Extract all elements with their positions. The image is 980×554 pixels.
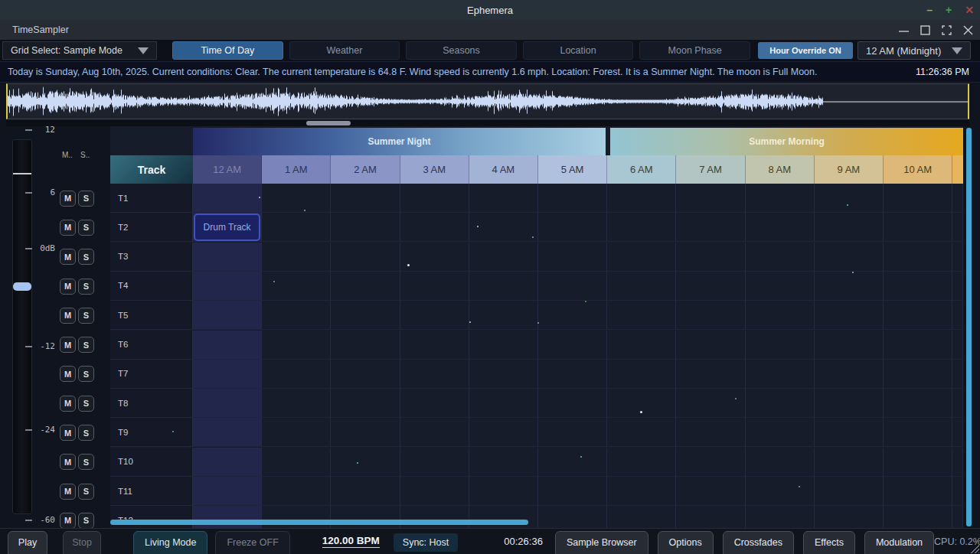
waveform-scrollbar[interactable] xyxy=(6,120,969,126)
plugin-close-icon[interactable] xyxy=(962,24,974,36)
hour-header-8-am[interactable]: 8 AM xyxy=(746,155,815,184)
hour-header-2-am[interactable]: 2 AM xyxy=(331,155,400,184)
grid-cell[interactable] xyxy=(607,301,676,330)
grid-cell[interactable] xyxy=(746,331,815,360)
grid-cell[interactable] xyxy=(538,184,607,213)
grid-cell[interactable] xyxy=(469,301,538,330)
grid-cell[interactable] xyxy=(538,331,607,360)
mute-button-t2[interactable]: M xyxy=(60,220,76,236)
living-mode-button[interactable]: Living Mode xyxy=(133,531,207,554)
grid-cell[interactable] xyxy=(815,301,884,330)
grid-cell[interactable] xyxy=(676,272,745,301)
solo-button-t1[interactable]: S xyxy=(78,191,94,207)
mute-button-t5[interactable]: M xyxy=(60,308,76,324)
solo-button-t9[interactable]: S xyxy=(78,425,94,441)
grid-cell[interactable] xyxy=(952,448,963,477)
grid-cell[interactable] xyxy=(746,477,815,506)
grid-cell[interactable] xyxy=(469,418,538,447)
grid-cell[interactable] xyxy=(746,418,815,447)
grid-cell[interactable] xyxy=(331,389,400,418)
solo-button-t10[interactable]: S xyxy=(78,454,94,470)
grid-cell[interactable] xyxy=(538,506,607,528)
grid-cell[interactable] xyxy=(815,360,884,389)
grid-cell[interactable] xyxy=(676,448,745,477)
grid-cell[interactable] xyxy=(469,184,538,213)
grid-cell[interactable] xyxy=(815,272,884,301)
mute-button-t3[interactable]: M xyxy=(60,249,76,265)
modulation-button[interactable]: Modulation xyxy=(864,531,934,554)
grid-cell[interactable] xyxy=(193,418,262,447)
mute-button-t11[interactable]: M xyxy=(60,484,76,500)
tab-seasons[interactable]: Seasons xyxy=(406,41,517,60)
crossfades-button[interactable]: Crossfades xyxy=(723,531,794,554)
grid-cell[interactable] xyxy=(331,477,400,506)
grid-cell[interactable] xyxy=(193,389,262,418)
bpm-value[interactable]: 120.00 BPM xyxy=(322,535,380,548)
plugin-minimize-icon[interactable] xyxy=(898,24,910,36)
grid-cell[interactable] xyxy=(607,477,676,506)
grid-cell[interactable] xyxy=(815,418,884,447)
grid-select-dropdown[interactable]: Grid Select: Sample Mode xyxy=(2,41,157,60)
grid-cell[interactable] xyxy=(262,184,331,213)
grid-cell[interactable] xyxy=(193,272,262,301)
grid-cell[interactable] xyxy=(538,272,607,301)
grid-cell[interactable] xyxy=(193,301,262,330)
grid-cell[interactable] xyxy=(400,243,469,272)
grid-cell[interactable] xyxy=(331,418,400,447)
grid-cell[interactable] xyxy=(331,184,400,213)
grid-cell[interactable] xyxy=(538,243,607,272)
grid-cell[interactable] xyxy=(952,389,963,418)
grid-cell[interactable] xyxy=(884,506,952,528)
grid-cell[interactable] xyxy=(538,418,607,447)
grid-cell[interactable] xyxy=(331,360,400,389)
grid-cell[interactable] xyxy=(262,389,331,418)
grid-cell[interactable] xyxy=(538,448,607,477)
hour-override-button[interactable]: Hour Override ON xyxy=(758,42,853,59)
grid-cell[interactable] xyxy=(262,477,331,506)
grid-cell[interactable] xyxy=(952,301,963,330)
solo-button-t7[interactable]: S xyxy=(78,366,94,382)
grid-cell[interactable] xyxy=(607,418,676,447)
grid-cell[interactable] xyxy=(331,301,400,330)
grid-cell[interactable] xyxy=(538,360,607,389)
grid-cell[interactable] xyxy=(331,243,400,272)
grid-cell[interactable] xyxy=(952,184,963,213)
grid-cell[interactable] xyxy=(331,448,400,477)
grid-cell[interactable] xyxy=(538,389,607,418)
volume-fader[interactable] xyxy=(12,139,32,514)
grid-cell[interactable] xyxy=(262,448,331,477)
grid-cell[interactable] xyxy=(815,477,884,506)
grid-cell[interactable] xyxy=(746,301,815,330)
grid-cell[interactable] xyxy=(469,243,538,272)
grid-cell[interactable] xyxy=(607,213,676,242)
grid-cell[interactable] xyxy=(400,418,469,447)
grid-cell[interactable] xyxy=(815,389,884,418)
grid-cell[interactable] xyxy=(815,213,884,242)
grid-cell[interactable] xyxy=(400,184,469,213)
grid-cell[interactable] xyxy=(746,360,815,389)
grid-cell[interactable] xyxy=(400,331,469,360)
grid-cell[interactable] xyxy=(884,272,952,301)
tab-moon-phase[interactable]: Moon Phase xyxy=(639,41,750,60)
vertical-scrollbar[interactable] xyxy=(966,128,972,526)
grid-cell[interactable] xyxy=(952,243,963,272)
mute-button-t8[interactable]: M xyxy=(60,396,76,412)
hour-header-1-am[interactable]: 1 AM xyxy=(262,155,331,184)
grid-cell[interactable] xyxy=(400,360,469,389)
grid-cell[interactable] xyxy=(469,360,538,389)
grid-cell[interactable] xyxy=(815,331,884,360)
mute-button-t9[interactable]: M xyxy=(60,425,76,441)
mute-button-t4[interactable]: M xyxy=(60,279,76,295)
grid-cell[interactable] xyxy=(815,184,884,213)
grid-cell[interactable] xyxy=(676,243,745,272)
grid-cell[interactable] xyxy=(815,243,884,272)
stop-button[interactable]: Stop xyxy=(63,531,101,554)
grid-cell[interactable] xyxy=(607,184,676,213)
plugin-fullscreen-icon[interactable] xyxy=(941,24,952,36)
hour-header-9-am[interactable]: 9 AM xyxy=(815,155,884,184)
clip-drum-track[interactable]: Drum Track xyxy=(194,213,260,240)
grid-cell[interactable] xyxy=(746,184,815,213)
grid-cell[interactable] xyxy=(676,360,745,389)
grid-cell[interactable] xyxy=(884,301,952,330)
grid-cell[interactable] xyxy=(193,360,262,389)
